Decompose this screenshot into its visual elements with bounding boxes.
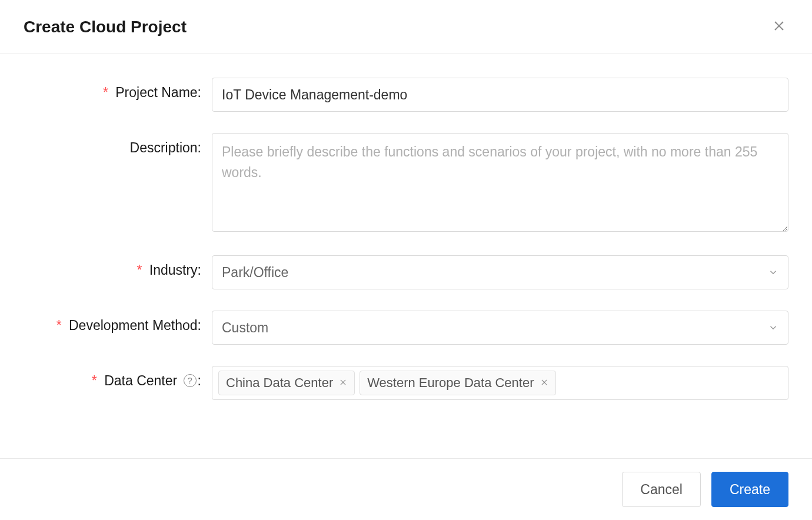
chevron-down-icon [768,322,778,333]
chevron-down-icon [768,267,778,278]
description-label: Description: [24,133,212,156]
create-button[interactable]: Create [711,472,788,507]
tag-label: China Data Center [226,375,333,391]
project-name-input[interactable] [212,78,788,112]
description-control [212,133,788,234]
data-center-control: China Data Center Western Europe Data Ce… [212,366,788,400]
form-row-development-method: * Development Method: Custom [24,311,788,345]
cancel-button[interactable]: Cancel [622,472,701,507]
development-method-value: Custom [222,320,268,336]
colon: : [198,262,201,278]
help-icon[interactable]: ? [184,374,197,387]
development-method-select[interactable]: Custom [212,311,788,345]
modal-footer: Cancel Create [0,458,812,520]
project-name-control [212,78,788,112]
data-center-tag: China Data Center [218,371,355,395]
modal-header: Create Cloud Project [0,0,812,54]
development-method-label: * Development Method: [24,311,212,334]
modal-body: * Project Name: Description: * Industry:… [0,54,812,424]
close-icon [540,378,548,388]
required-mark: * [103,85,108,100]
development-method-control: Custom [212,311,788,345]
close-icon [339,378,347,388]
label-text: Industry [149,262,198,278]
close-button[interactable] [770,16,788,37]
data-center-multiselect[interactable]: China Data Center Western Europe Data Ce… [212,366,788,400]
label-text: Development Method [69,318,198,333]
colon: : [198,318,201,333]
required-mark: * [92,373,97,388]
close-icon [772,19,786,35]
label-text: Project Name [115,85,197,100]
industry-value: Park/Office [222,265,288,281]
required-mark: * [137,262,142,278]
required-mark: * [56,318,62,333]
form-row-description: Description: [24,133,788,234]
form-row-project-name: * Project Name: [24,78,788,112]
form-row-industry: * Industry: Park/Office [24,255,788,289]
industry-select[interactable]: Park/Office [212,255,788,289]
tag-label: Western Europe Data Center [367,375,534,391]
colon: : [198,373,201,388]
data-center-tag: Western Europe Data Center [360,371,555,395]
tag-remove-button[interactable] [339,378,347,388]
description-textarea[interactable] [212,133,788,232]
project-name-label: * Project Name: [24,78,212,101]
modal-title: Create Cloud Project [24,18,187,36]
label-text: Description [130,140,198,155]
data-center-label: * Data Center ?: [24,366,212,389]
label-text: Data Center [104,373,177,388]
industry-control: Park/Office [212,255,788,289]
industry-label: * Industry: [24,255,212,278]
colon: : [198,140,201,155]
tag-remove-button[interactable] [540,378,548,388]
form-row-data-center: * Data Center ?: China Data Center [24,366,788,400]
colon: : [198,85,201,100]
